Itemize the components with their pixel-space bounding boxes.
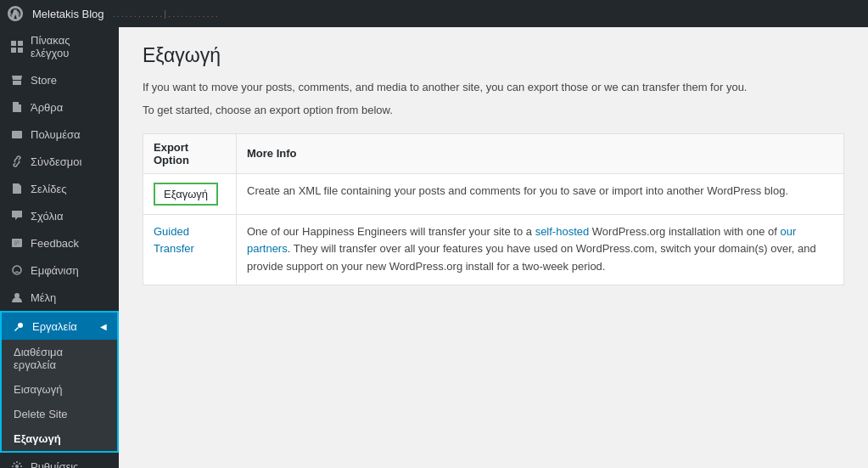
wp-logo-icon[interactable]	[7, 5, 24, 22]
export-table: Export Option More Info Εξαγωγή Create a…	[143, 133, 844, 285]
sidebar: Πίνακας ελέγχου Store Άρθρα Πολυμέσα Σύν	[0, 27, 119, 468]
description-2: To get started, choose an export option …	[143, 102, 844, 120]
articles-icon	[10, 100, 24, 114]
svg-point-14	[15, 465, 19, 468]
tools-icon	[12, 319, 25, 333]
layout: Πίνακας ελέγχου Store Άρθρα Πολυμέσα Σύν	[0, 27, 868, 468]
svg-rect-3	[18, 48, 23, 53]
guided-info-text-3: . They will transfer over all your featu…	[247, 242, 816, 273]
sidebar-item-appearance-label: Εμφάνιση	[31, 264, 79, 277]
export-button[interactable]: Εξαγωγή	[154, 183, 218, 206]
svg-rect-2	[11, 48, 16, 53]
settings-icon	[10, 460, 24, 468]
top-bar-divider: ............|............	[113, 8, 220, 19]
delete-site-label: Delete Site	[14, 408, 68, 420]
svg-rect-0	[11, 41, 16, 46]
sidebar-tools-label: Εργαλεία	[32, 320, 77, 333]
site-name: Meletakis Blog	[32, 8, 104, 20]
sidebar-item-pages[interactable]: Σελίδες	[0, 175, 119, 202]
description-1: If you want to move your posts, comments…	[143, 79, 844, 97]
sidebar-item-export-active[interactable]: Εξαγωγή	[2, 426, 117, 451]
table-cell-export-button: Εξαγωγή	[143, 173, 237, 214]
table-row-export: Εξαγωγή Create an XML file containing yo…	[143, 173, 844, 214]
sidebar-item-store-label: Store	[31, 74, 57, 87]
sidebar-item-pages-label: Σελίδες	[31, 183, 67, 195]
sidebar-item-links[interactable]: Σύνδεσμοι	[0, 148, 119, 175]
svg-rect-1	[18, 41, 23, 46]
sidebar-item-import[interactable]: Εισαγωγή	[2, 377, 117, 402]
guided-info-text-2: WordPress.org installation with one of	[589, 225, 780, 238]
available-tools-label: Διαθέσιμα εργαλεία	[14, 346, 105, 371]
table-row-guided-transfer: Guided Transfer One of our Happiness Eng…	[143, 214, 844, 285]
guided-info-text-1: One of our Happiness Engineers will tran…	[247, 225, 535, 238]
sidebar-item-tools[interactable]: Εργαλεία ◀	[2, 313, 117, 340]
self-hosted-link[interactable]: self-hosted	[535, 225, 590, 238]
sidebar-item-articles[interactable]: Άρθρα	[0, 93, 119, 121]
page-title: Εξαγωγή	[143, 44, 844, 67]
table-cell-guided-info: One of our Happiness Engineers will tran…	[237, 214, 844, 285]
sidebar-item-settings[interactable]: Ρυθμίσεις	[0, 453, 119, 468]
col-header-option: Export Option	[143, 133, 237, 173]
table-cell-guided-label: Guided Transfer	[143, 214, 237, 285]
store-icon	[10, 73, 24, 87]
dashboard-icon	[10, 40, 24, 54]
sidebar-item-feedback[interactable]: Feedback	[0, 229, 119, 257]
top-bar: Meletakis Blog ............|............	[0, 0, 868, 27]
sidebar-item-dashboard-label: Πίνακας ελέγχου	[31, 34, 109, 59]
table-cell-export-info: Create an XML file containing your posts…	[237, 173, 844, 214]
sidebar-tools-submenu: Εργαλεία ◀ Διαθέσιμα εργαλεία Εισαγωγή D…	[0, 311, 119, 453]
media-icon	[10, 127, 24, 141]
sidebar-item-articles-label: Άρθρα	[31, 101, 63, 114]
comments-icon	[10, 209, 24, 223]
svg-point-12	[13, 266, 21, 274]
sidebar-item-media-label: Πολυμέσα	[31, 128, 81, 141]
chevron-icon: ◀	[100, 322, 107, 331]
links-icon	[10, 155, 24, 168]
sidebar-item-comments[interactable]: Σχόλια	[0, 202, 119, 229]
guided-transfer-link[interactable]: Guided Transfer	[154, 225, 194, 256]
sidebar-item-comments-label: Σχόλια	[31, 210, 63, 223]
sidebar-item-appearance[interactable]: Εμφάνιση	[0, 257, 119, 284]
col-header-info: More Info	[237, 133, 844, 173]
main-content: Εξαγωγή If you want to move your posts, …	[119, 27, 868, 468]
appearance-icon	[10, 263, 24, 277]
sidebar-item-members-label: Μέλη	[31, 291, 56, 304]
sidebar-item-available-tools[interactable]: Διαθέσιμα εργαλεία	[2, 340, 117, 377]
sidebar-item-dashboard[interactable]: Πίνακας ελέγχου	[0, 27, 119, 66]
settings-label: Ρυθμίσεις	[31, 460, 78, 469]
export-label: Εξαγωγή	[14, 432, 61, 445]
sidebar-item-delete-site[interactable]: Delete Site	[2, 402, 117, 426]
sidebar-item-feedback-label: Feedback	[31, 237, 79, 250]
members-icon	[10, 290, 24, 304]
sidebar-item-media[interactable]: Πολυμέσα	[0, 121, 119, 148]
svg-rect-6	[12, 131, 22, 138]
sidebar-item-members[interactable]: Μέλη	[0, 284, 119, 311]
import-label: Εισαγωγή	[14, 383, 62, 396]
sidebar-item-store[interactable]: Store	[0, 66, 119, 93]
pages-icon	[10, 182, 24, 195]
feedback-icon	[10, 236, 24, 250]
sidebar-item-links-label: Σύνδεσμοι	[31, 155, 81, 168]
